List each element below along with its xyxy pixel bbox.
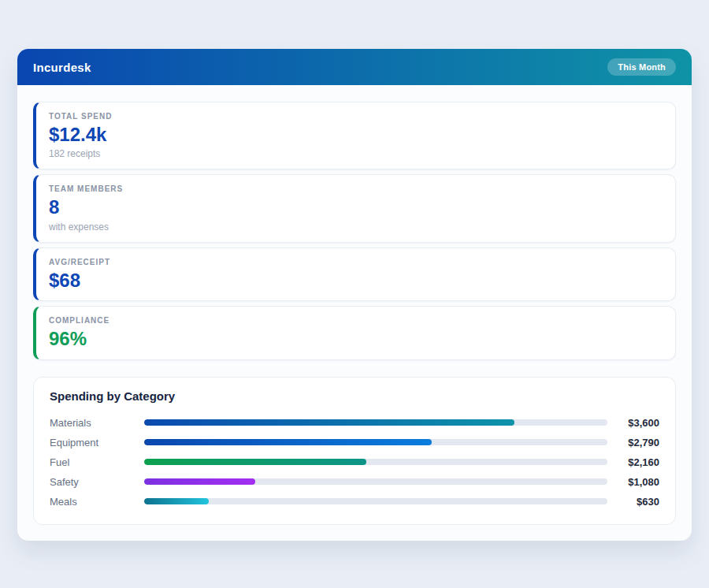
stat-card-compliance: COMPLIANCE96% [33,306,676,359]
bar-fill [144,459,366,465]
period-badge[interactable]: This Month [607,58,676,76]
category-row-meals: Meals$630 [50,492,659,512]
stat-value: $12.4k [49,125,663,145]
bar-fill [144,478,255,485]
category-row-materials: Materials$3,600 [50,413,659,433]
header-bar: Incurdesk This Month [17,49,692,85]
bar-track [144,478,607,485]
category-label: Meals [50,496,144,508]
bar-track [144,419,607,426]
category-label: Safety [50,476,144,488]
stat-label: COMPLIANCE [49,316,663,325]
category-label: Materials [50,417,144,429]
bar-track [144,498,607,504]
bar-fill [144,419,514,426]
category-rows: Materials$3,600Equipment$2,790Fuel$2,160… [50,413,659,512]
category-value: $2,790 [607,437,659,448]
panel-body: TOTAL SPEND$12.4k182 receiptsTEAM MEMBER… [17,85,692,541]
stat-label: TOTAL SPEND [49,112,663,121]
stat-card-total-spend: TOTAL SPEND$12.4k182 receipts [33,102,676,169]
stat-subtitle: with expenses [49,221,663,233]
bar-fill [144,498,209,504]
stat-card-team-members: TEAM MEMBERS8with expenses [33,174,676,242]
category-label: Fuel [50,456,144,468]
stat-value: 8 [49,197,663,218]
category-label: Equipment [50,437,144,448]
stats-list: TOTAL SPEND$12.4k182 receiptsTEAM MEMBER… [33,102,676,360]
chart-title: Spending by Category [50,389,659,403]
category-value: $2,160 [607,456,659,468]
category-value: $3,600 [607,417,659,429]
stat-value: 96% [49,329,663,349]
stat-label: TEAM MEMBERS [49,184,663,193]
category-row-safety: Safety$1,080 [50,472,659,492]
incurdesk-panel: Incurdesk This Month TOTAL SPEND$12.4k18… [17,49,692,541]
stat-subtitle: 182 receipts [49,148,663,159]
bar-track [144,439,607,445]
category-value: $630 [607,496,659,508]
stat-card-avg-receipt: AVG/RECEIPT$68 [33,247,676,301]
category-value: $1,080 [607,476,659,488]
category-row-equipment: Equipment$2,790 [50,433,659,452]
bar-fill [144,439,432,445]
category-row-fuel: Fuel$2,160 [50,452,659,472]
bar-track [144,459,607,465]
app-title: Incurdesk [33,61,91,74]
spending-by-category-card: Spending by Category Materials$3,600Equi… [33,377,676,525]
stat-value: $68 [49,270,663,291]
stat-label: AVG/RECEIPT [49,258,663,266]
page-background: Incurdesk This Month TOTAL SPEND$12.4k18… [0,0,709,588]
